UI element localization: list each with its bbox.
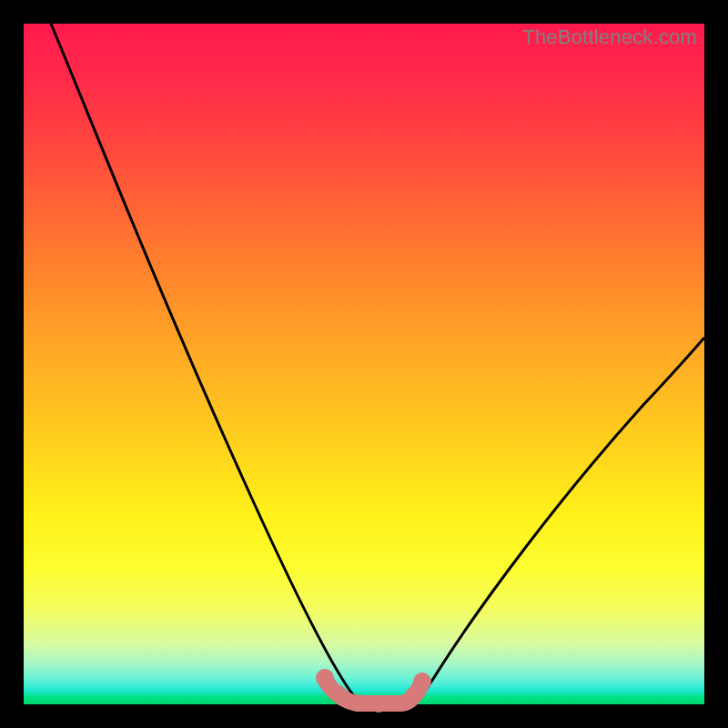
svg-point-0 xyxy=(316,669,334,687)
marker-band xyxy=(316,669,431,713)
chart-svg xyxy=(24,24,704,704)
svg-point-6 xyxy=(413,672,431,691)
svg-point-3 xyxy=(370,696,387,713)
plot-area: TheBottleneck.com xyxy=(24,24,704,704)
chart-frame: TheBottleneck.com xyxy=(0,0,728,728)
right-curve xyxy=(406,338,704,704)
svg-point-4 xyxy=(390,695,407,712)
left-curve xyxy=(51,24,368,704)
svg-point-1 xyxy=(330,685,347,702)
svg-point-2 xyxy=(349,694,365,711)
